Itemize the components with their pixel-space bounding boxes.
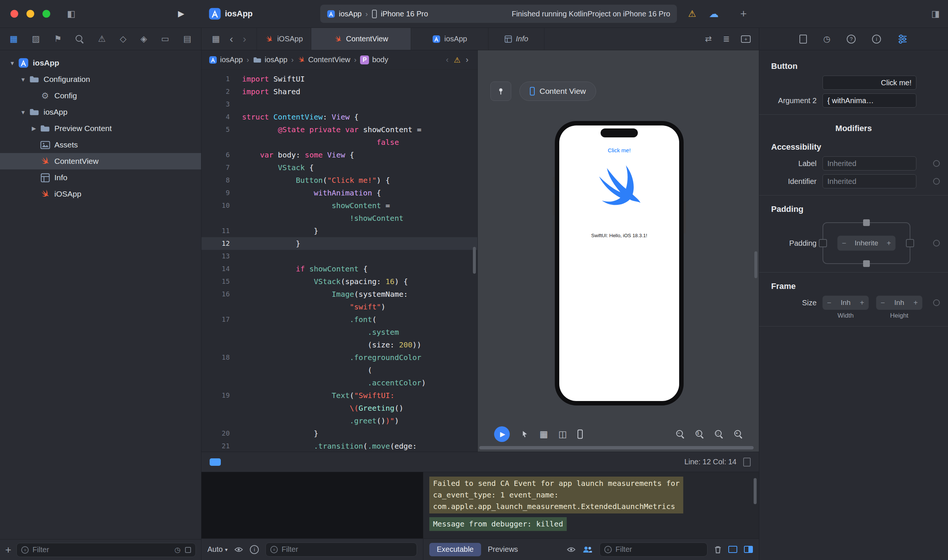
people-icon[interactable] xyxy=(582,546,593,553)
editor-scrollbar[interactable] xyxy=(473,247,476,274)
frame-width-stepper[interactable]: − Inh + xyxy=(823,295,869,310)
iphone-preview[interactable]: Click me! SwiftUI: Hello, iOS 18.3.1! xyxy=(555,121,683,406)
zoom-button[interactable] xyxy=(42,10,50,18)
canvas-horizontal-scrollbar[interactable] xyxy=(479,446,754,449)
tab-iosapp-project[interactable]: iosApp xyxy=(411,28,488,50)
disclosure-triangle-icon[interactable]: ▼ xyxy=(18,76,28,83)
swap-editor-icon[interactable]: ⇄ xyxy=(705,34,711,44)
debug-navigator-icon[interactable]: ◈ xyxy=(140,34,147,44)
sidebar-item-config[interactable]: ⚙ Config xyxy=(0,88,201,104)
code-line[interactable]: ( xyxy=(202,364,477,377)
prev-issue-icon[interactable]: ‹ xyxy=(446,56,448,64)
executable-scope-button[interactable]: Executable xyxy=(429,543,481,556)
padding-widget[interactable]: − Inherite + xyxy=(823,222,910,264)
run-button[interactable]: ▶ xyxy=(178,10,184,18)
code-line[interactable]: 4struct ContentView: View { xyxy=(202,111,477,123)
argument2-field[interactable]: { withAnima… xyxy=(823,94,916,108)
code-line[interactable]: .greet())") xyxy=(202,414,477,427)
code-line[interactable]: 8 Button("Click me!") { xyxy=(202,174,477,186)
plus-icon[interactable]: + xyxy=(913,298,918,307)
warning-icon[interactable]: ⚠ xyxy=(454,55,460,65)
color-variants-icon[interactable]: ◫ xyxy=(559,430,567,438)
sidebar-item-iosapp-project[interactable]: ▼ iosApp xyxy=(0,55,201,71)
zoom-out-icon[interactable]: − xyxy=(676,430,684,438)
code-line[interactable]: \(Greeting() xyxy=(202,402,477,414)
code-line[interactable]: 13 xyxy=(202,250,477,263)
disclosure-triangle-icon[interactable]: ▼ xyxy=(8,60,17,66)
console-scrollbar[interactable] xyxy=(754,478,757,504)
code-line[interactable]: 10 showContent = xyxy=(202,199,477,212)
code-line[interactable]: 17 .font( xyxy=(202,313,477,326)
editor-focus-icon[interactable] xyxy=(209,458,221,466)
phone-screen[interactable]: Click me! SwiftUI: Hello, iOS 18.3.1! xyxy=(559,126,679,401)
forward-icon[interactable]: › xyxy=(243,34,246,44)
code-line[interactable]: 18 .foregroundColor xyxy=(202,351,477,364)
preview-selector[interactable]: Content View xyxy=(519,82,596,101)
padding-left-checkbox[interactable] xyxy=(819,239,827,247)
variables-panel-toggle-icon[interactable] xyxy=(728,546,737,553)
eye-icon[interactable] xyxy=(234,546,243,552)
accessibility-identifier-field[interactable]: Inherited xyxy=(823,174,916,188)
sidebar-item-preview-content[interactable]: ▶ Preview Content xyxy=(0,120,201,137)
pin-preview-button[interactable] xyxy=(490,82,511,101)
code-line[interactable]: 20 } xyxy=(202,427,477,440)
scheme-name[interactable]: iosApp xyxy=(339,10,362,18)
sidebar-toggle-icon[interactable]: ◧ xyxy=(67,9,75,18)
frame-height-stepper[interactable]: − Inh + xyxy=(876,295,922,310)
padding-top-handle[interactable] xyxy=(863,219,870,226)
breadcrumb-project[interactable]: iosApp xyxy=(209,55,243,64)
disclosure-triangle-icon[interactable]: ▶ xyxy=(29,125,39,132)
padding-right-checkbox[interactable] xyxy=(906,239,914,247)
zoom-in-icon[interactable]: + xyxy=(734,430,742,438)
navigator-filter-field[interactable]: ≡ Filter ◷ xyxy=(16,543,196,557)
code-line[interactable]: 11 } xyxy=(202,225,477,237)
breadcrumb-group[interactable]: iosApp xyxy=(253,55,288,64)
code-line[interactable]: false xyxy=(202,136,477,149)
canvas-vertical-scrollbar[interactable] xyxy=(754,251,757,278)
plus-icon[interactable]: + xyxy=(860,298,864,307)
inspector-toggle-icon[interactable]: ◨ xyxy=(931,9,940,18)
zoom-fit-icon[interactable]: □ xyxy=(715,430,723,438)
code-line[interactable]: .accentColor) xyxy=(202,377,477,389)
plus-icon[interactable]: + xyxy=(886,239,891,248)
library-add-button[interactable]: + xyxy=(740,8,747,19)
code-line[interactable]: 1import SwiftUI xyxy=(202,72,477,85)
file-inspector-icon[interactable] xyxy=(799,35,807,43)
history-inspector-icon[interactable]: ◷ xyxy=(823,34,830,44)
recent-files-icon[interactable]: ◷ xyxy=(174,546,181,554)
code-line[interactable]: 12 } xyxy=(202,237,477,250)
reports-navigator-icon[interactable]: ▤ xyxy=(183,34,191,44)
scm-filter-icon[interactable] xyxy=(185,547,191,553)
code-line[interactable]: 15 VStack(spacing: 16) { xyxy=(202,275,477,288)
tab-info-plist[interactable]: Info xyxy=(488,28,544,50)
minus-icon[interactable]: − xyxy=(827,298,831,307)
accessibility-label-field[interactable]: Inherited xyxy=(823,156,916,171)
bookmarks-navigator-icon[interactable]: ⚑ xyxy=(54,34,62,44)
code-line[interactable]: 14 if showContent { xyxy=(202,263,477,275)
back-icon[interactable]: ‹ xyxy=(230,34,233,44)
breadcrumb-file[interactable]: ContentView xyxy=(297,55,350,64)
page-guide-icon[interactable] xyxy=(743,458,751,466)
preview-click-me-button[interactable]: Click me! xyxy=(559,147,679,154)
add-editor-icon[interactable]: + xyxy=(741,35,751,43)
sidebar-item-configuration[interactable]: ▼ Configuration xyxy=(0,71,201,88)
help-inspector-icon[interactable]: ? xyxy=(847,35,856,43)
sidebar-item-iosapp-file[interactable]: iOSApp xyxy=(0,186,201,202)
attributes-inspector-icon[interactable] xyxy=(897,34,908,44)
auto-scope-dropdown[interactable]: Auto ▾ xyxy=(208,545,228,554)
console-filter-field[interactable]: ≡ Filter xyxy=(599,543,708,557)
code-line[interactable]: .system xyxy=(202,326,477,338)
find-navigator-icon[interactable] xyxy=(75,35,84,43)
minus-icon[interactable]: − xyxy=(842,239,846,248)
trash-icon[interactable] xyxy=(714,546,722,554)
device-settings-icon[interactable] xyxy=(577,429,583,439)
minimize-button[interactable] xyxy=(26,10,34,18)
button-title-field[interactable]: Click me! xyxy=(823,75,916,90)
variants-grid-icon[interactable]: ▦ xyxy=(540,430,548,438)
code-line[interactable]: 5 @State private var showContent = xyxy=(202,123,477,136)
code-line[interactable]: (size: 200)) xyxy=(202,338,477,351)
scheme-status-bar[interactable]: iosApp › iPhone 16 Pro Finished running … xyxy=(320,5,677,23)
sidebar-item-contentview[interactable]: ContentView xyxy=(0,153,201,169)
connector-icon[interactable] xyxy=(933,160,940,167)
zoom-100-icon[interactable]: 1 xyxy=(696,430,704,438)
